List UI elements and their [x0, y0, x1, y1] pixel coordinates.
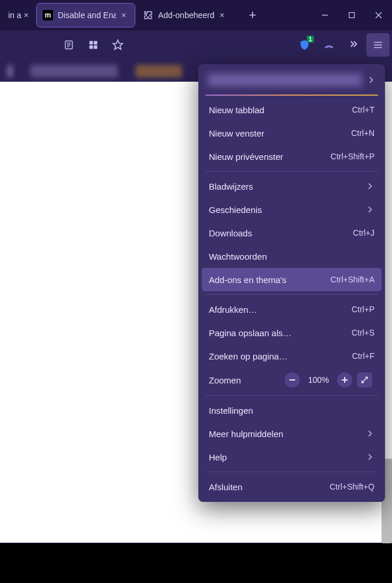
bookmark-item[interactable]: [30, 65, 118, 78]
account-name-blurred: [208, 74, 362, 86]
menu-item-label: Meer hulpmiddelen: [209, 429, 365, 439]
svg-rect-8: [89, 41, 93, 44]
menu-shortcut: Ctrl+P: [352, 305, 374, 314]
toolbar: 1: [0, 30, 392, 60]
menu-item-label: Zoeken op pagina…: [209, 351, 352, 361]
titlebar: in a × m Disable and Ena × Add-onbeheerd…: [0, 0, 392, 30]
menu-shortcut: Ctrl+F: [352, 351, 375, 361]
menu-separator: [205, 472, 378, 472]
menu-item-label: Geschiedenis: [209, 205, 365, 215]
tab-addons[interactable]: Add-onbeheerd ×: [137, 4, 236, 27]
reader-icon[interactable]: [57, 33, 80, 57]
gradient-separator: [205, 95, 378, 96]
puzzle-icon: [143, 10, 153, 20]
menu-item-instellingen[interactable]: Instellingen: [202, 399, 382, 422]
menu-item-wachtwoorden[interactable]: Wachtwoorden: [202, 245, 382, 268]
svg-marker-12: [113, 40, 123, 50]
menu-separator: [205, 171, 378, 172]
zoom-out-button[interactable]: [285, 372, 300, 387]
menu-item-pagina-opslaan-als[interactable]: Pagina opslaan als…Ctrl+S: [202, 321, 382, 344]
svg-line-19: [362, 377, 367, 382]
chevron-right-icon: [365, 181, 374, 191]
menu-item-label: Pagina opslaan als…: [209, 328, 352, 338]
chevron-right-icon: [365, 429, 374, 438]
menu-item-help[interactable]: Help: [202, 445, 382, 469]
menu-item-nieuw-tabblad[interactable]: Nieuw tabbladCtrl+T: [202, 98, 382, 121]
close-icon[interactable]: ×: [118, 10, 129, 20]
menu-item-label: Nieuw privévenster: [209, 152, 331, 162]
menu-shortcut: Ctrl+N: [351, 128, 374, 138]
menu-separator: [205, 294, 378, 295]
tab-label: Add-onbeheerd: [158, 11, 215, 20]
bookmark-item[interactable]: [7, 65, 13, 78]
menu-item-label: Wachtwoorden: [209, 252, 374, 261]
svg-rect-10: [89, 46, 93, 49]
close-window-button[interactable]: [365, 5, 392, 26]
menu-item-nieuw-venster[interactable]: Nieuw vensterCtrl+N: [202, 121, 382, 145]
maximize-button[interactable]: [338, 5, 365, 26]
svg-rect-1: [349, 13, 355, 18]
menu-shortcut: Ctrl+Shift+P: [331, 152, 374, 161]
account-row[interactable]: [202, 69, 382, 95]
menu-item-afdrukken[interactable]: Afdrukken…Ctrl+P: [202, 298, 382, 321]
shield-badge: 1: [307, 36, 314, 43]
svg-rect-9: [94, 41, 97, 44]
close-icon[interactable]: ×: [24, 10, 29, 20]
menu-item-nieuw-priv-venster[interactable]: Nieuw privévensterCtrl+Shift+P: [202, 145, 382, 168]
menu-separator: [205, 395, 378, 396]
bookmark-star-icon[interactable]: [106, 33, 130, 57]
zoom-label: Zoomen: [209, 375, 282, 385]
menu-shortcut: Ctrl+Shift+Q: [330, 482, 374, 491]
grid-icon[interactable]: [82, 33, 105, 57]
minimize-button[interactable]: [312, 5, 338, 26]
tab-active[interactable]: m Disable and Ena ×: [37, 4, 135, 27]
menu-shortcut: Ctrl+Shift+A: [331, 275, 374, 284]
menu-zoom-row: Zoomen 100%: [202, 368, 382, 392]
extension-shield-icon[interactable]: 1: [293, 33, 316, 57]
close-icon[interactable]: ×: [217, 10, 228, 20]
tab-overflow-left[interactable]: in a ×: [2, 4, 34, 27]
menu-item-label: Add-ons en thema's: [209, 275, 331, 285]
fullscreen-button[interactable]: [357, 372, 372, 387]
menu-item-add-ons-en-thema-s[interactable]: Add-ons en thema'sCtrl+Shift+A: [202, 268, 382, 291]
menu-item-label: Nieuw venster: [209, 128, 351, 138]
menu-item-geschiedenis[interactable]: Geschiedenis: [202, 198, 382, 221]
vpn-icon[interactable]: [317, 33, 341, 57]
menu-shortcut: Ctrl+J: [353, 228, 374, 238]
menu-item-label: Afdrukken…: [209, 305, 352, 315]
app-menu-button[interactable]: [366, 33, 390, 57]
page-footer: [0, 543, 392, 583]
tab-label: Disable and Ena: [58, 11, 116, 20]
menu-item-label: Downloads: [209, 228, 353, 238]
chevron-right-icon: [365, 452, 374, 462]
menu-shortcut: Ctrl+T: [352, 105, 375, 114]
menu-item-afsluiten[interactable]: AfsluitenCtrl+Shift+Q: [202, 475, 382, 498]
menu-shortcut: Ctrl+S: [352, 328, 374, 337]
menu-item-label: Nieuw tabblad: [209, 105, 352, 115]
menu-item-meer-hulpmiddelen[interactable]: Meer hulpmiddelen: [202, 422, 382, 445]
menu-item-label: Instellingen: [209, 406, 374, 416]
zoom-in-button[interactable]: [337, 372, 352, 387]
chevron-right-icon: [365, 205, 374, 214]
zoom-value: 100%: [308, 375, 329, 385]
overflow-icon[interactable]: [342, 33, 365, 57]
app-menu: Nieuw tabbladCtrl+TNieuw vensterCtrl+NNi…: [198, 64, 385, 502]
bookmark-item[interactable]: [135, 65, 182, 78]
menu-item-label: Afsluiten: [209, 482, 330, 492]
favicon-m-icon: m: [43, 10, 53, 20]
menu-item-bladwijzers[interactable]: Bladwijzers: [202, 174, 382, 198]
chevron-right-icon: [366, 75, 376, 85]
menu-item-label: Bladwijzers: [209, 181, 365, 191]
tab-label: in a: [8, 11, 22, 20]
menu-item-zoeken-op-pagina[interactable]: Zoeken op pagina…Ctrl+F: [202, 344, 382, 368]
menu-item-label: Help: [209, 452, 365, 462]
menu-item-downloads[interactable]: DownloadsCtrl+J: [202, 221, 382, 245]
svg-rect-11: [94, 46, 97, 49]
new-tab-button[interactable]: +: [242, 5, 263, 26]
